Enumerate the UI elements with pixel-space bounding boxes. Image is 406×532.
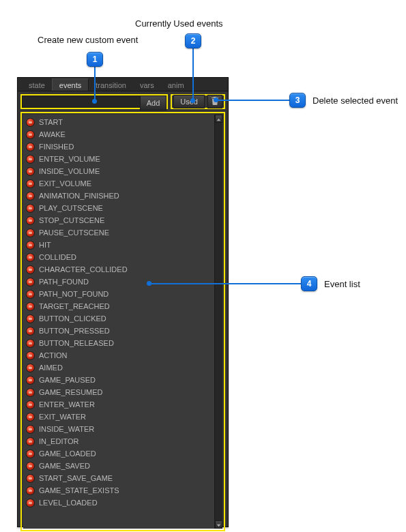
- event-name: INSIDE_VOLUME: [39, 167, 100, 175]
- list-item[interactable]: GAME_SAVED: [23, 460, 214, 472]
- event-name: CHARACTER_COLLIDED: [39, 265, 128, 274]
- list-item[interactable]: HIT: [23, 239, 214, 251]
- list-item[interactable]: IN_EDITOR: [23, 435, 214, 447]
- list-item[interactable]: EXIT_WATER: [23, 411, 214, 423]
- event-icon: [26, 278, 35, 286]
- list-item[interactable]: ACTION: [23, 349, 214, 361]
- callout-leader: [149, 283, 301, 284]
- callout-1-badge: 1: [87, 52, 103, 67]
- event-icon: [26, 253, 35, 262]
- used-events-button[interactable]: Used: [173, 95, 205, 108]
- list-item[interactable]: START_SAVE_GAME: [23, 472, 214, 484]
- callout-4-label: Event list: [324, 279, 360, 289]
- event-name: PLAY_CUTSCENE: [39, 204, 103, 212]
- event-name: ANIMATION_FINISHED: [39, 192, 119, 200]
- list-item[interactable]: ENTER_WATER: [23, 398, 214, 411]
- event-icon: [26, 339, 35, 348]
- list-item[interactable]: START: [23, 116, 214, 128]
- callout-2-label: Currently Used events: [135, 18, 223, 29]
- event-icon: [26, 486, 35, 495]
- event-name: AIMED: [39, 364, 63, 372]
- callout-2-badge: 2: [185, 33, 201, 48]
- list-item[interactable]: GAME_PAUSED: [23, 374, 214, 386]
- event-name: GAME_STATE_EXISTS: [39, 486, 119, 494]
- list-item[interactable]: BUTTON_RELEASED: [23, 337, 214, 349]
- events-panel: state events transition vars anim Add Us…: [17, 77, 229, 527]
- list-item[interactable]: LEVEL_LOADED: [23, 497, 214, 509]
- event-icon: [26, 228, 35, 237]
- event-name: ENTER_VOLUME: [39, 155, 100, 163]
- tab-anim[interactable]: anim: [161, 79, 191, 91]
- event-name: PATH_NOT_FOUND: [39, 290, 108, 298]
- callout-3-badge: 3: [289, 93, 306, 108]
- event-icon: [26, 425, 35, 434]
- new-event-input[interactable]: [22, 95, 140, 108]
- events-toolbar: Add Used: [18, 91, 228, 112]
- event-icon: [26, 155, 35, 164]
- event-icon: [26, 290, 35, 299]
- list-item[interactable]: PATH_FOUND: [23, 276, 214, 288]
- event-icon: [26, 130, 35, 139]
- event-list-container: STARTAWAKEFINISHEDENTER_VOLUMEINSIDE_VOL…: [20, 112, 225, 531]
- list-item[interactable]: AWAKE: [23, 128, 214, 141]
- scrollbar[interactable]: [214, 115, 222, 529]
- callout-leader: [216, 100, 289, 101]
- callout-leader: [192, 48, 194, 100]
- list-item[interactable]: GAME_STATE_EXISTS: [23, 484, 214, 497]
- list-item[interactable]: PLAY_CUTSCENE: [23, 202, 214, 214]
- event-name: STOP_CUTSCENE: [39, 216, 104, 224]
- callout-1-label: Create new custom event: [38, 35, 138, 45]
- list-item[interactable]: PATH_NOT_FOUND: [23, 288, 214, 300]
- event-icon: [26, 449, 35, 458]
- event-icon: [26, 364, 35, 372]
- list-item[interactable]: ANIMATION_FINISHED: [23, 190, 214, 202]
- list-item[interactable]: PAUSE_CUTSCENE: [23, 226, 214, 239]
- event-icon: [26, 204, 35, 213]
- list-item[interactable]: ENTER_VOLUME: [23, 153, 214, 165]
- event-icon: [26, 499, 35, 507]
- event-name: GAME_SAVED: [39, 462, 90, 470]
- callout-4-badge: 4: [301, 276, 317, 291]
- scroll-up-button[interactable]: [215, 115, 222, 123]
- event-icon: [26, 314, 35, 323]
- list-item[interactable]: EXIT_VOLUME: [23, 177, 214, 190]
- event-icon: [26, 143, 35, 151]
- event-icon: [26, 413, 35, 422]
- callout-leader-dot: [214, 98, 218, 102]
- event-name: EXIT_WATER: [39, 413, 86, 421]
- event-name: HIT: [39, 241, 51, 249]
- list-item[interactable]: INSIDE_WATER: [23, 423, 214, 435]
- event-name: LEVEL_LOADED: [39, 499, 98, 507]
- event-icon: [26, 327, 35, 336]
- event-name: IN_EDITOR: [39, 437, 78, 445]
- event-list: STARTAWAKEFINISHEDENTER_VOLUMEINSIDE_VOL…: [23, 115, 214, 510]
- list-item[interactable]: BUTTON_CLICKED: [23, 312, 214, 325]
- add-event-button[interactable]: Add: [140, 95, 167, 110]
- tab-bar: state events transition vars anim: [18, 78, 228, 91]
- callout-3-label: Delete selected event: [313, 95, 398, 106]
- list-item[interactable]: STOP_CUTSCENE: [23, 214, 214, 226]
- event-name: START: [39, 118, 63, 126]
- event-icon: [26, 241, 35, 250]
- event-icon: [26, 351, 35, 360]
- scroll-track[interactable]: [215, 123, 222, 520]
- event-icon: [26, 118, 35, 127]
- event-icon: [26, 216, 35, 225]
- list-item[interactable]: COLLIDED: [23, 251, 214, 263]
- list-item[interactable]: AIMED: [23, 361, 214, 374]
- list-item[interactable]: CHARACTER_COLLIDED: [23, 263, 214, 276]
- list-item[interactable]: GAME_LOADED: [23, 447, 214, 460]
- list-item[interactable]: BUTTON_PRESSED: [23, 325, 214, 337]
- event-icon: [26, 376, 35, 385]
- tab-vars[interactable]: vars: [133, 79, 161, 91]
- tab-state[interactable]: state: [22, 79, 52, 91]
- event-name: EXIT_VOLUME: [39, 179, 91, 188]
- chevron-down-icon: [216, 518, 221, 529]
- list-item[interactable]: GAME_RESUMED: [23, 386, 214, 398]
- tab-events[interactable]: events: [52, 78, 89, 91]
- list-item[interactable]: TARGET_REACHED: [23, 300, 214, 312]
- event-icon: [26, 192, 35, 201]
- scroll-down-button[interactable]: [215, 520, 222, 529]
- list-item[interactable]: INSIDE_VOLUME: [23, 165, 214, 177]
- list-item[interactable]: FINISHED: [23, 141, 214, 153]
